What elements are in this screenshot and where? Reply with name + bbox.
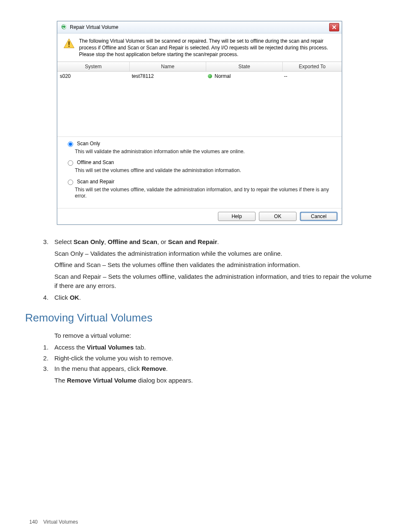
- step3-line3: Scan and Repair – Sets the volumes offli…: [54, 272, 374, 290]
- dialog-title: Repair Virtual Volume: [70, 24, 118, 30]
- radio-scan-only[interactable]: Scan Only: [66, 140, 333, 147]
- svg-rect-2: [69, 41, 70, 45]
- radio-scan-repair[interactable]: Scan and Repair: [66, 178, 333, 185]
- radio-scan-only-desc: This will validate the administration in…: [75, 149, 333, 155]
- step3-line1: Scan Only – Validates the administration…: [54, 249, 374, 258]
- radio-scan-repair-label: Scan and Repair: [77, 179, 114, 185]
- cell-exported: --: [281, 72, 342, 81]
- cell-state: Normal: [205, 72, 281, 81]
- radio-scan-only-label: Scan Only: [77, 141, 100, 146]
- radio-scan-repair-input[interactable]: [68, 180, 73, 185]
- footer-section: Virtual Volumes: [43, 519, 78, 525]
- table-row[interactable]: s020 test78112 Normal --: [57, 72, 342, 81]
- radio-offline-scan-label: Offline and Scan: [77, 159, 114, 165]
- status-dot-icon: [208, 74, 212, 78]
- close-icon[interactable]: [329, 23, 339, 31]
- warning-icon: [63, 38, 75, 49]
- page-number: 140: [29, 519, 38, 525]
- ok-button[interactable]: OK: [259, 212, 297, 221]
- page-footer: 140 Virtual Volumes: [25, 519, 374, 525]
- cell-system: s020: [57, 72, 129, 81]
- col-header-state[interactable]: State: [206, 62, 283, 71]
- doc-step-3: Select Scan Only, Offline and Scan, or S…: [50, 237, 374, 290]
- section-intro: To remove a virtual volume:: [54, 331, 374, 340]
- cell-name: test78112: [129, 72, 205, 81]
- app-icon: [61, 23, 67, 31]
- step3-line2: Offline and Scan – Sets the volumes offl…: [54, 260, 374, 270]
- doc-step-4: Click OK.: [50, 293, 374, 302]
- remove-step-2: Right-click the volume you wish to remov…: [50, 354, 374, 363]
- col-header-system[interactable]: System: [57, 62, 130, 71]
- radio-scan-only-input[interactable]: [68, 141, 73, 147]
- repair-virtual-volume-dialog: Repair Virtual Volume The following Virt…: [57, 21, 342, 225]
- radio-offline-scan[interactable]: Offline and Scan: [66, 159, 333, 166]
- dialog-warning-text: The following Virtual Volumes will be sc…: [79, 38, 336, 58]
- radio-offline-scan-input[interactable]: [68, 160, 73, 166]
- table-body: s020 test78112 Normal --: [57, 72, 342, 136]
- dialog-title-bar[interactable]: Repair Virtual Volume: [57, 21, 342, 33]
- step3-text: Select Scan Only, Offline and Scan, or S…: [54, 238, 219, 245]
- state-text: Normal: [215, 73, 231, 79]
- remove-step-1: Access the Virtual Volumes tab.: [50, 343, 374, 352]
- section-heading: Removing Virtual Volumes: [25, 310, 374, 326]
- col-header-exported[interactable]: Exported To: [283, 62, 342, 71]
- col-header-name[interactable]: Name: [130, 62, 206, 71]
- remove-step-3: In the menu that appears, click Remove. …: [50, 364, 374, 385]
- radio-scan-repair-desc: This will set the volumes offline, valid…: [75, 187, 333, 200]
- svg-rect-3: [69, 46, 70, 47]
- cancel-button[interactable]: Cancel: [300, 212, 338, 221]
- radio-offline-scan-desc: This will set the volumes offline and va…: [75, 167, 333, 174]
- table-header: System Name State Exported To: [57, 62, 342, 72]
- help-button[interactable]: Help: [218, 212, 256, 221]
